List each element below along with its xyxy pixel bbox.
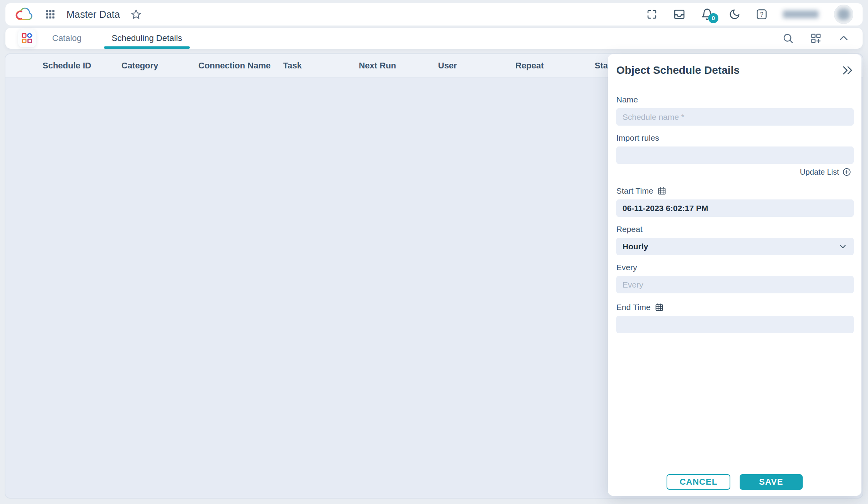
notifications-bell-icon[interactable]: 0 [701,8,713,20]
user-name-blurred[interactable] [783,10,819,18]
active-tab-underline [104,46,190,49]
column-header-task: Task [283,54,302,77]
column-header-connection-name: Connection Name [198,54,271,77]
panel-actions: CANCEL SAVE [608,474,861,490]
name-input[interactable] [616,108,854,126]
save-button[interactable]: SAVE [740,474,803,490]
app-window: Master Data [0,0,868,504]
fullscreen-icon[interactable] [646,9,658,20]
name-label: Name [616,95,854,104]
tab-scheduling-details-label: Scheduling Details [112,33,182,43]
update-list-button[interactable]: Update List [616,167,854,177]
every-label: Every [616,263,854,272]
tab-catalog[interactable]: Catalog [50,28,84,49]
collapse-tabbar-chevron-up-icon[interactable] [838,32,849,44]
import-rules-label: Import rules [616,133,854,143]
calendar-icon[interactable] [657,186,667,196]
cancel-button[interactable]: CANCEL [667,474,730,490]
avatar-blurred-photo [837,9,850,20]
user-avatar[interactable] [834,5,853,24]
object-schedule-details-panel: Object Schedule Details Name Import rule… [608,54,861,496]
plus-circle-icon [842,167,851,177]
page-title: Master Data [67,9,120,20]
repeat-selected-value: Hourly [622,242,648,251]
column-header-repeat: Repeat [515,54,544,77]
start-time-input[interactable] [616,199,854,217]
inbox-icon[interactable] [673,8,686,20]
every-input[interactable] [616,276,854,293]
panel-header: Object Schedule Details [616,64,854,77]
column-header-category: Category [121,54,158,77]
favorite-star-icon[interactable] [131,9,142,20]
help-icon[interactable]: ? [756,9,767,20]
column-header-schedule-id: Schedule ID [43,54,91,77]
brand-logo-icon[interactable] [15,6,34,23]
svg-text:?: ? [760,11,764,18]
end-time-label: End Time [616,303,854,312]
top-header-right: 0 ? [646,5,853,24]
notification-badge: 0 [708,13,718,23]
module-tile-icon[interactable] [18,29,36,47]
calendar-icon[interactable] [655,303,664,312]
update-list-label: Update List [800,168,839,177]
column-header-user: User [438,54,457,77]
search-icon[interactable] [782,32,794,44]
start-time-label-text: Start Time [616,186,653,196]
top-header: Master Data [5,3,863,26]
end-time-label-text: End Time [616,303,651,312]
column-header-next-run: Next Run [359,54,396,77]
chevron-down-icon [838,242,848,251]
panel-title: Object Schedule Details [616,64,740,77]
tab-bar-actions [782,32,849,44]
top-header-left: Master Data [15,6,142,23]
import-rules-input[interactable] [616,146,854,164]
repeat-label: Repeat [616,225,854,234]
dark-mode-moon-icon[interactable] [729,9,740,20]
repeat-select[interactable]: Hourly [616,238,854,255]
tab-bar: Catalog Scheduling Details [5,28,863,49]
collapse-panel-chevrons-right-icon[interactable] [841,64,854,77]
start-time-label: Start Time [616,186,854,196]
end-time-input[interactable] [616,316,854,333]
add-widget-icon[interactable] [810,32,822,44]
tab-scheduling-details[interactable]: Scheduling Details [109,28,184,49]
app-launcher-icon[interactable] [45,9,56,20]
tab-catalog-label: Catalog [52,33,82,43]
